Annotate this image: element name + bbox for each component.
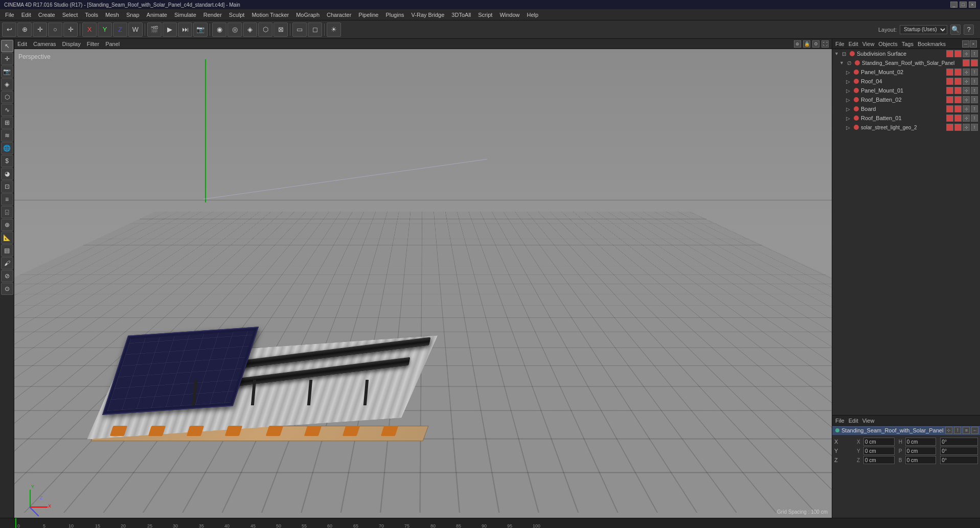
toolbar-render-region[interactable]: 🎬 xyxy=(147,22,162,37)
toolbar-world[interactable]: W xyxy=(128,22,143,37)
toolbar-rotate[interactable]: ✛ xyxy=(63,22,78,37)
toolbar-scale[interactable]: ○ xyxy=(48,22,62,37)
toolbar-uv-mode[interactable]: ⊠ xyxy=(274,22,288,37)
rb01-render[interactable] xyxy=(954,114,962,122)
rb01-tag1[interactable]: ⊹ xyxy=(963,114,970,122)
attr-icon-4[interactable]: ← xyxy=(971,427,978,434)
menu-select[interactable]: Select xyxy=(59,11,81,19)
pm02-tag2[interactable]: ⊺ xyxy=(971,68,978,76)
maximize-button[interactable]: □ xyxy=(960,2,967,8)
tool-brush[interactable]: 🖌 xyxy=(1,257,13,269)
obj-tag-2[interactable]: ⊺ xyxy=(971,50,978,57)
om-close-btn[interactable]: × xyxy=(970,40,977,48)
toolbar-move[interactable]: ✛ xyxy=(33,22,47,37)
tool-nurbs[interactable]: ⊞ xyxy=(1,117,13,129)
pm01-render[interactable] xyxy=(954,87,962,94)
tool-measure[interactable]: 📐 xyxy=(1,232,13,244)
menu-motion-tracker[interactable]: Motion Tracker xyxy=(248,11,292,19)
menu-sculpt[interactable]: Sculpt xyxy=(226,11,248,19)
obj-roof-batten-02[interactable]: ▷ Roof_Batten_02 ⊹ ⊺ xyxy=(832,95,980,104)
menu-snap[interactable]: Snap xyxy=(123,11,143,19)
rb01-vis[interactable] xyxy=(946,114,953,122)
menu-tools[interactable]: Tools xyxy=(82,11,101,19)
board-tag2[interactable]: ⊺ xyxy=(971,105,978,112)
board-vis[interactable] xyxy=(946,105,953,112)
pm01-tag2[interactable]: ⊺ xyxy=(971,87,978,94)
tool-deform[interactable]: ≋ xyxy=(1,129,13,142)
tool-snap[interactable]: ⊕ xyxy=(1,219,13,231)
tool-bp[interactable]: ⌺ xyxy=(1,206,13,218)
rb02-render[interactable] xyxy=(954,96,962,103)
vp-icon-settings[interactable]: ⚙ xyxy=(812,40,819,48)
menu-mesh[interactable]: Mesh xyxy=(102,11,122,19)
menu-mograph[interactable]: MoGraph xyxy=(293,11,323,19)
attr-z-rot[interactable]: 0° xyxy=(940,456,978,464)
menu-character[interactable]: Character xyxy=(324,11,354,19)
vp-icon-move[interactable]: ⊕ xyxy=(794,40,801,48)
attr-icon-3[interactable]: ≡ xyxy=(963,427,970,434)
obj-solar-light[interactable]: ▷ solar_street_light_geo_2 ⊹ ⊺ xyxy=(832,123,980,132)
tool-hair[interactable]: ≡ xyxy=(1,193,13,205)
om-menu-tags[interactable]: Tags xyxy=(902,41,914,47)
tool-extra2[interactable]: ⊙ xyxy=(1,283,13,295)
am-menu-edit[interactable]: Edit xyxy=(849,418,858,424)
om-menu-edit[interactable]: Edit xyxy=(849,41,858,47)
menu-plugins[interactable]: Plugins xyxy=(382,11,407,19)
toolbar-edge-mode[interactable]: ◈ xyxy=(243,22,257,37)
tool-sculpt[interactable]: ◕ xyxy=(1,168,13,180)
tool-paint[interactable]: $ xyxy=(1,155,13,167)
obj-roof-batten-01[interactable]: ▷ Roof_Batten_01 ⊹ ⊺ xyxy=(832,113,980,123)
toolbar-render-picture[interactable]: 📷 xyxy=(193,22,208,37)
tool-camera[interactable]: 📷 xyxy=(1,65,13,78)
vp-menu-display[interactable]: Display xyxy=(62,41,81,47)
attr-z-size[interactable]: 0 cm xyxy=(905,456,937,464)
toolbar-point-mode[interactable]: ◎ xyxy=(227,22,242,37)
toolbar-light[interactable]: ☀ xyxy=(327,22,341,37)
menu-edit[interactable]: Edit xyxy=(18,11,34,19)
toolbar-render-active[interactable]: ▶ xyxy=(163,22,177,37)
attr-icon-2[interactable]: ⊺ xyxy=(954,427,961,434)
attr-x-size[interactable]: 0 cm xyxy=(905,438,937,446)
attr-x-pos[interactable]: 0 cm xyxy=(863,438,895,446)
menu-simulate[interactable]: Simulate xyxy=(171,11,199,19)
tool-select[interactable]: ↖ xyxy=(1,40,13,52)
toolbar-floor[interactable]: ▭ xyxy=(292,22,307,37)
r04-vis[interactable] xyxy=(946,78,953,85)
obj-vis-icon[interactable] xyxy=(946,50,953,57)
om-menu-view[interactable]: View xyxy=(862,41,875,47)
toolbar-x-axis[interactable]: X xyxy=(82,22,97,37)
attr-x-rot[interactable]: 0° xyxy=(940,438,978,446)
layout-dropdown[interactable]: Startup (Uses) xyxy=(900,25,947,34)
menu-script[interactable]: Script xyxy=(475,11,495,19)
close-button[interactable]: × xyxy=(969,2,976,8)
attr-y-size[interactable]: 0 cm xyxy=(905,447,937,455)
attr-icon-1[interactable]: ⊹ xyxy=(945,427,952,434)
vp-icon-fullscreen[interactable]: ⛶ xyxy=(822,40,829,48)
vp-menu-cameras[interactable]: Cameras xyxy=(33,41,56,47)
tool-move[interactable]: ✛ xyxy=(1,53,13,65)
r04-render[interactable] xyxy=(954,78,962,85)
obj-panel-mount-02[interactable]: ▷ Panel_Mount_02 ⊹ ⊺ xyxy=(832,67,980,77)
search-btn[interactable]: 🔍 xyxy=(950,25,961,35)
menu-pipeline[interactable]: Pipeline xyxy=(355,11,381,19)
tool-spline[interactable]: ∿ xyxy=(1,104,13,116)
attr-z-pos[interactable]: 0 cm xyxy=(863,456,895,464)
solar-tag1[interactable]: ⊹ xyxy=(963,124,970,131)
solar-render[interactable] xyxy=(954,124,962,131)
rb02-vis[interactable] xyxy=(946,96,953,103)
obj-roof-04[interactable]: ▷ Roof_04 ⊹ ⊺ xyxy=(832,77,980,86)
om-menu-file[interactable]: File xyxy=(835,41,845,47)
vp-menu-edit[interactable]: Edit xyxy=(17,41,27,47)
menu-create[interactable]: Create xyxy=(35,11,58,19)
toolbar-object-mode[interactable]: ◉ xyxy=(212,22,226,37)
rb01-tag2[interactable]: ⊺ xyxy=(971,114,978,122)
tool-mograph[interactable]: ⊡ xyxy=(1,180,13,193)
r04-tag2[interactable]: ⊺ xyxy=(971,78,978,85)
menu-file[interactable]: File xyxy=(2,11,17,19)
solar-vis[interactable] xyxy=(946,124,953,131)
obj-subdivision-surface[interactable]: ▼ ⊡ Subdivision Surface ⊹ ⊺ xyxy=(832,49,980,58)
toolbar-render-all[interactable]: ⏭ xyxy=(178,22,192,37)
obj-render-icon[interactable] xyxy=(954,50,962,57)
am-menu-file[interactable]: File xyxy=(835,418,845,424)
om-minimize-btn[interactable]: ─ xyxy=(962,40,969,48)
